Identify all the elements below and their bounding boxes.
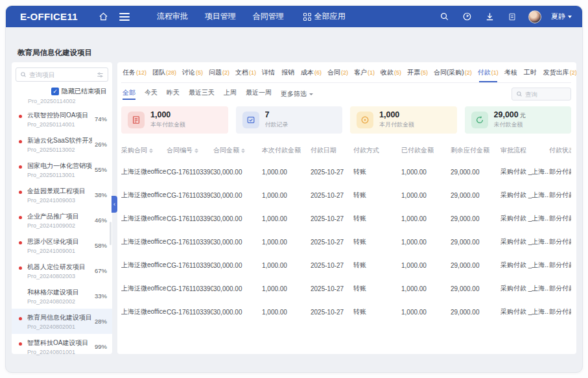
column-header: 采购合同 [121,146,167,155]
tab[interactable]: 讨论(5) [182,68,203,82]
table-row[interactable]: 上海泛微eoffice... CG-1761103390 30,000.00 1… [121,300,571,324]
stat-value: 29,000 [494,111,519,119]
filter-icon[interactable] [97,71,104,78]
tab[interactable]: 付款(1) [478,68,499,82]
project-code: Pro_20240802001 [27,324,92,330]
sort-icon[interactable] [241,148,245,153]
tab[interactable]: 开票(5) [407,68,428,82]
tab[interactable]: 收款(5) [381,68,401,82]
table-row[interactable]: 上海泛微eoffice... CG-1761103390 30,000.00 1… [121,277,571,300]
tab-count: (1) [368,69,375,76]
table-row[interactable]: 上海泛微eoffice... CG-1761103390 30,000.00 1… [121,183,571,207]
tab[interactable]: 考核 [504,68,518,82]
tab-label: 详情 [262,69,275,76]
document-icon[interactable] [506,10,519,23]
tab[interactable]: 合同(采购)(2) [434,68,472,82]
project-name: 机器人定位研发项目 [27,263,86,272]
tab[interactable]: 发货出库(2) [543,68,576,82]
project-item[interactable]: 和林格尔建设项目 Pro_20240802002 33% [12,283,112,309]
date-filter[interactable]: 最近三天 [189,88,215,100]
date-filter-row: 全部今天昨天最近三天上周最近一周 更多筛选 [121,83,571,104]
project-item[interactable]: 金益园景观工程项目 Pro_20241009003 38% [12,182,112,207]
date-filter[interactable]: 上周 [224,88,237,100]
stat-unit: 元 [520,112,526,119]
project-item[interactable]: 教育局信息化建设项目 Pro_20240802001 28% [12,309,112,334]
avatar[interactable] [528,10,541,23]
tab[interactable]: 报销 [281,68,295,82]
tab[interactable]: 详情 [262,68,276,82]
tab[interactable]: 文档(1) [235,68,256,82]
tab[interactable]: 工时 [524,68,537,82]
date-filter[interactable]: 昨天 [167,88,180,100]
project-name: 新迪云化SaaS软件开发 [27,136,92,145]
clock-icon[interactable] [460,10,473,23]
tab[interactable]: 任务(12) [123,68,147,82]
project-name: 和林格尔建设项目 [27,288,79,297]
date-filter[interactable]: 今天 [145,88,158,100]
cell-paid-amount: 1,000.00 [401,169,451,176]
project-code: Pro_20241009001 [27,248,79,254]
cell-purchase-contract: 上海泛微eoffice... [121,237,167,246]
menu-icon[interactable] [119,13,130,21]
hide-finished-checkbox[interactable]: ✓ [51,88,59,95]
cell-payment-method: 转账 [353,167,401,176]
project-code: Pro_20240802002 [27,298,79,305]
sidebar-collapse-handle[interactable]: ‹ [112,196,117,213]
project-search-input[interactable] [29,71,94,78]
cell-remaining-amount: 29,000.00 [451,169,500,176]
project-item[interactable]: 智慧科技OA建设项目 Pro_20240801001 99% [12,334,112,359]
table-header: 采购合同 合同编号 合同金额 本次付款金额 付款日期 [121,140,571,160]
project-name: 智慧科技OA建设项目 [27,338,88,348]
search-icon[interactable] [438,10,451,23]
project-item[interactable]: 企业产品推广项目 Pro_20241009002 46% [12,207,112,233]
column-header: 合同金额 [213,146,262,155]
tab[interactable]: 成本(6) [301,68,322,82]
tab[interactable]: 客户(1) [354,68,375,82]
table-row[interactable]: 上海泛微eoffice... CG-1761103390 30,000.00 1… [121,207,571,230]
column-header: 剩余应付金额 [451,146,500,155]
table-search-input[interactable] [525,91,567,98]
date-filter[interactable]: 最近一周 [246,88,272,100]
project-item[interactable]: 云联智控协同OA项目 Pro_20250114001 74% [12,106,112,132]
tab[interactable]: 问题(2) [209,68,229,82]
stat-value: 7 [265,111,270,119]
home-icon[interactable] [97,10,110,23]
nav-item-all-apps[interactable]: 全部应用 [303,11,346,22]
tab-count: (5) [394,69,401,76]
payment-panel: 任务(12) 团队(28) 讨论(5) 问题(2) 文档(1) 详情 报销 成 [117,62,576,354]
table-row[interactable]: 上海泛微eoffice... CG-1761103390 30,000.00 1… [121,160,571,183]
nav-item[interactable]: 合同管理 [253,11,284,22]
project-item[interactable]: 思源小区绿化项目 Pro_20241009001 58% [12,233,112,258]
date-filter[interactable]: 全部 [123,88,135,100]
tab-label: 客户 [354,69,367,76]
tab-count: (2) [570,69,576,76]
more-filters-button[interactable]: 更多筛选 [281,89,313,99]
user-menu[interactable]: 夏静 [551,12,572,21]
download-icon[interactable] [483,10,496,23]
cell-payment-amount: 1,000.00 [262,192,311,199]
stat-cards: 1,000 本年付款金额 [121,106,571,134]
project-code: Pro_20250113001 [27,172,92,178]
sort-icon[interactable] [149,148,153,153]
nav-item[interactable]: 项目管理 [205,11,236,22]
sort-icon[interactable] [194,148,198,153]
table-row[interactable]: 上海泛微eoffice... CG-1761103390 30,000.00 1… [121,254,571,277]
cell-purchase-contract: 上海泛微eoffice... [121,261,167,270]
cell-payment-status: 部分付款 [549,261,571,270]
sidebar-scrollbar[interactable] [110,222,112,245]
search-icon [20,71,27,78]
cell-paid-amount: 1,000.00 [401,309,451,316]
tab-count: (2) [465,69,472,76]
project-item[interactable]: 新迪云化SaaS软件开发 Pro_20250113002 26% [12,132,112,157]
table-row[interactable]: 上海泛微eoffice... CG-1761103390 30,000.00 1… [121,230,571,254]
tab-count: (1) [491,69,499,76]
tab[interactable]: 团队(28) [152,68,176,82]
tab[interactable]: 合同(2) [327,68,348,82]
brand-logo[interactable]: E-OFFICE11 [20,11,78,22]
project-item[interactable]: 国家电力一体化营销项目 Pro_20250113001 55% [12,157,112,182]
cell-payment-amount: 1,000.00 [262,262,311,269]
refund-icon [475,115,484,124]
cell-purchase-contract: 上海泛微eoffice... [121,191,167,200]
nav-item[interactable]: 流程审批 [157,11,188,22]
project-item[interactable]: 机器人定位研发项目 Pro_20240802003 67% [12,258,112,283]
